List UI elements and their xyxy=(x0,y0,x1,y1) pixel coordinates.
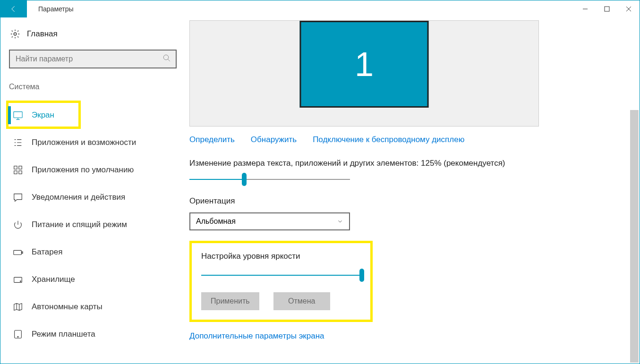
close-button[interactable] xyxy=(618,0,640,17)
sidebar-item-label: Батарея xyxy=(32,247,62,257)
brightness-highlight: Настройка уровня яркости Применить Отмен… xyxy=(189,241,373,322)
sidebar-item-storage[interactable]: Хранилище xyxy=(9,266,181,293)
svg-rect-3 xyxy=(14,112,22,118)
apply-button[interactable]: Применить xyxy=(201,292,259,310)
sidebar-item-battery[interactable]: Батарея xyxy=(9,238,181,266)
sidebar-item-power[interactable]: Питание и спящий режим xyxy=(9,211,181,238)
sidebar-item-maps[interactable]: Автономные карты xyxy=(9,293,181,321)
display-preview: 1 xyxy=(189,20,539,127)
wireless-display-link[interactable]: Подключение к беспроводному дисплею xyxy=(313,135,464,144)
sidebar-section-title: Система xyxy=(9,83,181,91)
advanced-display-link[interactable]: Дополнительные параметры экрана xyxy=(189,331,324,340)
svg-rect-7 xyxy=(19,171,22,174)
sidebar-item-notifications[interactable]: Уведомления и действия xyxy=(9,184,181,211)
sidebar-item-default-apps[interactable]: Приложения по умолчанию xyxy=(9,156,181,184)
orientation-value: Альбомная xyxy=(196,217,236,226)
sidebar-item-label: Уведомления и действия xyxy=(32,193,125,202)
cancel-button[interactable]: Отмена xyxy=(273,292,330,310)
tablet-icon xyxy=(13,329,23,339)
message-icon xyxy=(13,192,23,203)
scrollbar[interactable] xyxy=(630,110,639,363)
storage-icon xyxy=(13,274,23,285)
maximize-button[interactable] xyxy=(596,0,618,17)
sidebar-item-label: Хранилище xyxy=(32,275,75,284)
map-icon xyxy=(13,302,23,312)
sidebar-item-apps[interactable]: Приложения и возможности xyxy=(9,129,181,156)
identify-link[interactable]: Определить xyxy=(189,135,235,144)
window-title: Параметры xyxy=(38,5,74,13)
svg-rect-0 xyxy=(605,7,609,11)
battery-icon xyxy=(13,247,23,257)
svg-point-2 xyxy=(163,55,169,60)
orientation-label: Ориентация xyxy=(189,196,539,206)
sidebar-item-label: Экран xyxy=(32,110,54,120)
sidebar-item-label: Приложения и возможности xyxy=(32,138,136,147)
detect-link[interactable]: Обнаружить xyxy=(251,135,297,144)
scale-label: Изменение размера текста, приложений и д… xyxy=(189,159,539,168)
svg-rect-12 xyxy=(15,330,22,339)
svg-rect-6 xyxy=(14,171,17,174)
sidebar-item-label: Автономные карты xyxy=(32,302,102,312)
scale-slider[interactable] xyxy=(189,175,350,184)
sidebar-item-label: Режим планшета xyxy=(32,330,95,339)
back-button[interactable] xyxy=(0,0,27,17)
monitor-tile[interactable]: 1 xyxy=(300,21,429,108)
svg-point-13 xyxy=(17,337,18,338)
list-icon xyxy=(13,137,23,148)
svg-rect-8 xyxy=(14,250,22,254)
gear-icon xyxy=(10,29,20,39)
search-icon xyxy=(162,54,171,64)
brightness-label: Настройка уровня яркости xyxy=(201,252,361,261)
orientation-select[interactable]: Альбомная xyxy=(189,212,350,230)
home-label: Главная xyxy=(27,29,58,39)
sidebar-item-label: Приложения по умолчанию xyxy=(32,165,134,175)
svg-point-1 xyxy=(14,33,17,35)
svg-point-11 xyxy=(20,281,21,282)
sidebar-item-display[interactable]: Экран xyxy=(9,102,181,129)
chevron-down-icon xyxy=(337,218,343,225)
sidebar-item-tablet[interactable]: Режим планшета xyxy=(9,321,181,348)
svg-rect-4 xyxy=(14,166,17,169)
grid-icon xyxy=(13,165,23,175)
monitor-number: 1 xyxy=(355,45,374,84)
sidebar-item-label: Питание и спящий режим xyxy=(32,220,127,229)
search-input[interactable] xyxy=(9,50,177,68)
brightness-slider[interactable] xyxy=(201,271,362,280)
monitor-icon xyxy=(13,110,23,120)
svg-rect-9 xyxy=(22,252,23,254)
power-icon xyxy=(13,220,23,230)
svg-rect-5 xyxy=(19,166,22,169)
home-link[interactable]: Главная xyxy=(9,29,181,39)
minimize-button[interactable] xyxy=(574,0,596,17)
